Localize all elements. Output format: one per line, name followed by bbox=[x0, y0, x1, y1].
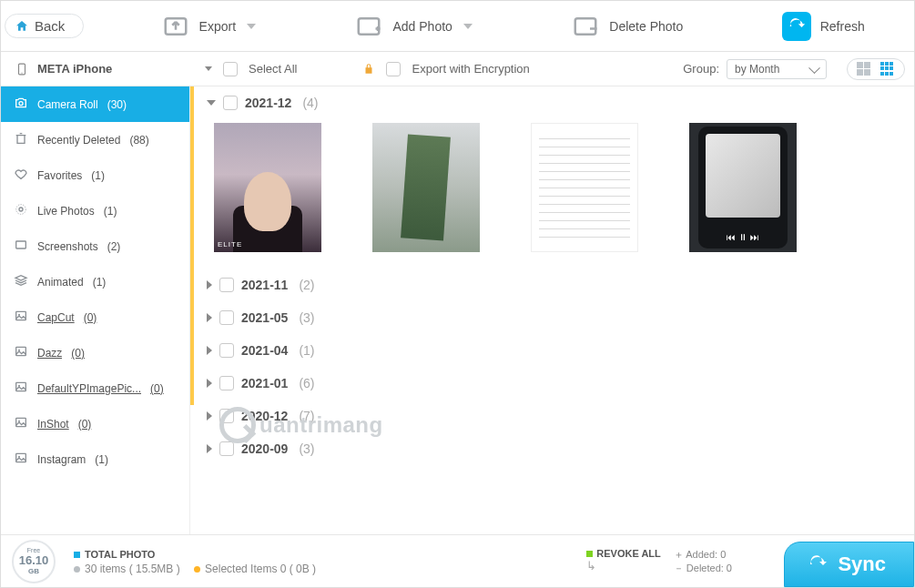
group-checkbox[interactable] bbox=[219, 409, 234, 423]
group-checkbox[interactable] bbox=[219, 310, 234, 325]
revoke-block: REVOKE ALL ↳ ＋ Added: 0 － Deleted: 0 bbox=[586, 548, 732, 575]
sidebar-item-screenshots[interactable]: Screenshots (2) bbox=[1, 228, 189, 264]
svg-rect-9 bbox=[16, 311, 26, 319]
group-row-2021-11[interactable]: 2021-11 (2) bbox=[190, 269, 914, 301]
sidebar-item-count: (1) bbox=[95, 453, 108, 466]
delete-photo-button[interactable]: Delete Photo bbox=[571, 12, 683, 41]
photo-thumbnail[interactable]: ELITE bbox=[214, 123, 321, 252]
sidebar-item-count: (0) bbox=[78, 418, 92, 431]
sidebar-item-inshot[interactable]: InShot (0) bbox=[1, 406, 189, 441]
svg-rect-8 bbox=[16, 241, 26, 248]
group-checkbox[interactable] bbox=[223, 96, 238, 110]
chevron-down-icon[interactable] bbox=[205, 66, 212, 71]
view-small-icon[interactable] bbox=[880, 62, 895, 76]
img-icon bbox=[14, 344, 28, 361]
sidebar-item-animated[interactable]: Animated (1) bbox=[1, 264, 189, 299]
add-photo-label: Add Photo bbox=[392, 19, 452, 34]
sidebar-item-count: (0) bbox=[84, 311, 97, 324]
sidebar-item-count: (1) bbox=[104, 205, 117, 218]
group-name: 2021-05 bbox=[241, 310, 288, 325]
sidebar-item-defaultypimagepic-[interactable]: DefaultYPImagePic... (0) bbox=[1, 370, 189, 406]
device-name: META iPhone bbox=[1, 61, 190, 77]
group-row-2020-12[interactable]: 2020-12 (7) bbox=[190, 400, 914, 432]
chevron-icon bbox=[207, 100, 216, 106]
group-row-2021-01[interactable]: 2021-01 (6) bbox=[190, 367, 914, 400]
back-button[interactable]: Back bbox=[5, 14, 84, 38]
sidebar-item-label: Screenshots bbox=[37, 240, 98, 253]
sidebar-item-recently-deleted[interactable]: Recently Deleted (88) bbox=[1, 122, 189, 157]
svg-rect-1 bbox=[359, 18, 380, 35]
thumbnails-row: ELITE⏮ ⏸ ⏭ bbox=[190, 119, 914, 269]
add-photo-button[interactable]: Add Photo bbox=[354, 12, 472, 41]
chevron-icon bbox=[207, 280, 212, 289]
chevron-icon bbox=[207, 411, 212, 421]
group-checkbox[interactable] bbox=[219, 343, 234, 358]
view-large-icon[interactable] bbox=[857, 62, 871, 76]
view-toggle bbox=[847, 58, 905, 80]
group-count: (1) bbox=[299, 343, 314, 358]
back-label: Back bbox=[35, 18, 65, 34]
svg-rect-13 bbox=[16, 382, 26, 390]
delete-photo-label: Delete Photo bbox=[609, 19, 683, 34]
photo-thumbnail[interactable]: ⏮ ⏸ ⏭ bbox=[689, 123, 797, 252]
svg-point-5 bbox=[19, 102, 23, 106]
sidebar-item-live-photos[interactable]: Live Photos (1) bbox=[1, 193, 189, 228]
group-name: 2021-11 bbox=[241, 278, 288, 292]
sidebar-item-count: (1) bbox=[93, 276, 107, 289]
svg-rect-11 bbox=[16, 347, 26, 355]
home-icon bbox=[15, 19, 29, 34]
sync-icon bbox=[807, 553, 829, 575]
refresh-label: Refresh bbox=[820, 19, 865, 34]
group-count: (2) bbox=[299, 278, 314, 292]
export-button[interactable]: Export bbox=[161, 12, 256, 41]
svg-rect-17 bbox=[16, 453, 26, 461]
chevron-icon bbox=[207, 313, 212, 322]
heart-icon bbox=[14, 167, 28, 184]
svg-point-4 bbox=[21, 72, 22, 73]
group-select[interactable]: by Month bbox=[727, 59, 827, 79]
select-all-checkbox[interactable] bbox=[223, 62, 238, 76]
sidebar-item-count: (2) bbox=[107, 240, 121, 253]
img-icon bbox=[14, 415, 28, 432]
sidebar-item-label: Live Photos bbox=[37, 205, 95, 218]
img-icon bbox=[14, 309, 28, 326]
group-name: 2021-04 bbox=[241, 343, 288, 358]
chevron-down-icon bbox=[247, 24, 256, 29]
sidebar-item-instagram[interactable]: Instagram (1) bbox=[1, 441, 189, 477]
encryption-label: Export with Encryption bbox=[412, 62, 529, 76]
img-icon bbox=[14, 380, 28, 397]
svg-point-7 bbox=[16, 205, 26, 215]
select-all-label: Select All bbox=[249, 62, 297, 76]
sidebar-item-favorites[interactable]: Favorites (1) bbox=[1, 157, 189, 193]
group-name: 2020-12 bbox=[241, 409, 288, 423]
sidebar-item-label: Dazz bbox=[37, 347, 62, 360]
encryption-checkbox[interactable] bbox=[386, 62, 401, 76]
trash-icon bbox=[14, 131, 28, 148]
sidebar-item-label: Animated bbox=[37, 276, 84, 289]
stats-block: TOTAL PHOTO 30 items ( 15.5MB ) Selected… bbox=[74, 548, 316, 575]
export-icon bbox=[161, 12, 190, 41]
group-checkbox[interactable] bbox=[219, 376, 234, 390]
group-checkbox[interactable] bbox=[219, 278, 234, 292]
sidebar-item-label: InShot bbox=[37, 418, 69, 431]
group-row-2020-09[interactable]: 2020-09 (3) bbox=[190, 432, 914, 465]
sidebar-item-count: (30) bbox=[107, 98, 127, 111]
sidebar-item-count: (1) bbox=[91, 169, 105, 182]
refresh-button[interactable]: Refresh bbox=[782, 12, 865, 41]
photo-thumbnail[interactable] bbox=[531, 123, 638, 252]
sidebar-item-dazz[interactable]: Dazz (0) bbox=[1, 335, 189, 370]
group-count: (3) bbox=[299, 441, 314, 456]
photo-thumbnail[interactable] bbox=[372, 123, 480, 252]
group-row-2021-04[interactable]: 2021-04 (1) bbox=[190, 334, 914, 367]
group-row-2021-12[interactable]: 2021-12 (4) bbox=[190, 86, 914, 119]
group-checkbox[interactable] bbox=[219, 441, 234, 456]
rect-icon bbox=[14, 238, 28, 255]
group-count: (3) bbox=[299, 310, 314, 325]
group-row-2021-05[interactable]: 2021-05 (3) bbox=[190, 301, 914, 334]
sidebar-item-camera-roll[interactable]: Camera Roll (30) bbox=[1, 86, 189, 122]
svg-rect-15 bbox=[16, 418, 26, 426]
chevron-down-icon bbox=[463, 24, 473, 29]
sync-button[interactable]: Sync bbox=[784, 542, 914, 587]
sidebar-item-capcut[interactable]: CapCut (0) bbox=[1, 299, 189, 335]
chevron-icon bbox=[207, 379, 212, 388]
